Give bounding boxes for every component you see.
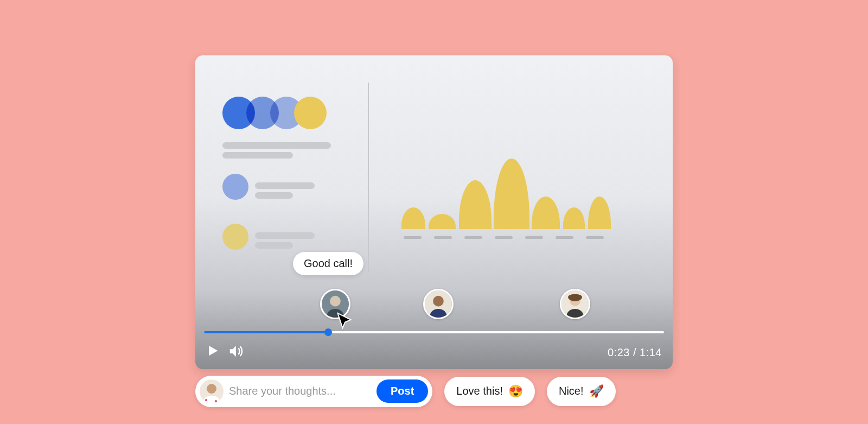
volume-icon [228,343,244,359]
stage: Good call! [195,55,673,369]
video-player: Good call! [195,55,673,369]
reaction-chip[interactable]: Love this! 😍 [444,377,535,406]
progress-knob[interactable] [324,328,332,336]
timecode: 0:23 / 1:14 [608,346,662,359]
reaction-chip-text: Nice! [559,385,584,397]
decor-bar [255,242,293,249]
decor-bar [222,152,293,159]
svg-point-1 [330,295,341,306]
decor-circle [222,174,248,200]
svg-point-3 [433,295,444,306]
heart-eyes-emoji-icon: 😍 [508,384,523,398]
reaction-chip-text: Love this! [456,385,503,397]
compose-pill: Post [195,376,432,407]
progress-track[interactable] [204,331,664,333]
timecode-separator: / [630,346,640,358]
slide-divider [368,83,369,273]
compose-input[interactable] [229,385,370,397]
rocket-emoji-icon: 🚀 [589,384,604,398]
reaction-chip[interactable]: Nice! 🚀 [547,377,616,406]
progress-fill [204,331,328,333]
comment-tooltip: Good call! [293,252,363,275]
post-button[interactable]: Post [376,379,428,403]
current-time: 0:23 [608,346,630,358]
compose-avatar [200,379,224,403]
decor-bar [255,182,315,189]
decor-bar [222,142,331,149]
duration: 1:14 [640,346,662,358]
decor-bar [255,232,315,239]
decor-chart [401,153,618,229]
svg-point-9 [215,400,217,402]
comment-tooltip-text: Good call! [304,257,353,269]
play-icon [205,343,220,358]
timeline-avatar-marker[interactable] [320,289,350,319]
decor-circle [222,224,248,250]
volume-button[interactable] [228,343,244,359]
decor-bar [255,192,293,199]
timeline-avatar-marker[interactable] [560,289,590,319]
timeline-avatar-marker[interactable] [423,289,454,319]
play-button[interactable] [205,343,220,358]
svg-point-7 [207,384,216,394]
compose-row: Post Love this! 😍 Nice! 🚀 [195,376,673,407]
svg-point-8 [205,399,207,401]
decor-circle [294,97,327,129]
